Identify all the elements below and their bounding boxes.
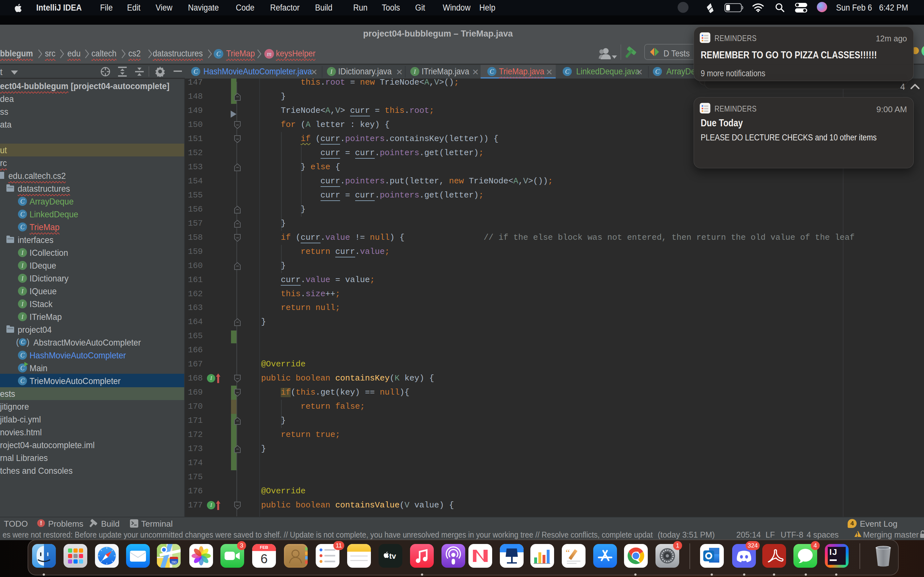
svg-text:tv: tv	[389, 552, 396, 560]
